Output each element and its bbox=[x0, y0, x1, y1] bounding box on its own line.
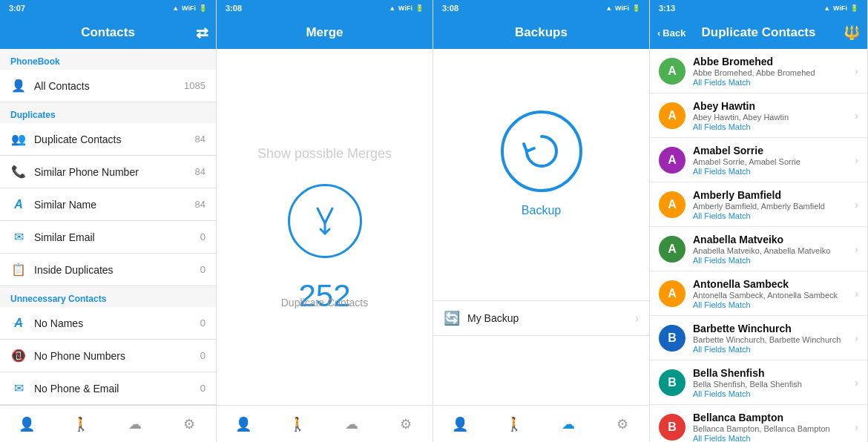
no-names-label: No Names bbox=[34, 317, 200, 329]
no-phone-email-item[interactable]: ✉ No Phone & Email 0 bbox=[0, 372, 216, 405]
tab-bar-1: 👤 🚶 ☁ ⚙ bbox=[0, 405, 216, 442]
dup-match: All Fields Match bbox=[693, 389, 855, 398]
dup-contact-row[interactable]: B Barbette Winchurch Barbette Winchurch,… bbox=[650, 316, 867, 360]
dup-avatar: A bbox=[659, 191, 685, 218]
duplicate-contacts-list: A Abbe Bromehed Abbe Bromehed, Abbe Brom… bbox=[650, 49, 867, 442]
dup-contact-row[interactable]: A Antonella Sambeck Antonella Sambeck, A… bbox=[650, 271, 867, 316]
status-icons-4: ▲WiFi🔋 bbox=[823, 4, 858, 12]
no-phone-email-icon: ✉ bbox=[10, 381, 27, 395]
duplicate-contacts-item[interactable]: 👥 Duplicate Contacts 84 bbox=[0, 123, 216, 156]
merge-icon-circle[interactable] bbox=[288, 184, 362, 258]
dup-name: Bellanca Bampton bbox=[693, 412, 855, 423]
no-names-item[interactable]: A No Names 0 bbox=[0, 307, 216, 340]
tab-merge-3[interactable]: 🚶 bbox=[487, 416, 542, 432]
back-label: Back bbox=[662, 27, 685, 39]
similar-email-item[interactable]: ✉ Similar Email 0 bbox=[0, 221, 216, 254]
time-1: 3:07 bbox=[9, 4, 25, 13]
dup-chevron-icon: › bbox=[855, 421, 858, 433]
all-contacts-label: All Contacts bbox=[34, 80, 184, 92]
dup-info: Anabella Matveiko Anabella Matveiko, Ana… bbox=[693, 234, 855, 265]
backup-label[interactable]: Backup bbox=[522, 204, 561, 217]
dup-match: All Fields Match bbox=[693, 167, 855, 176]
inside-duplicates-item[interactable]: 📋 Inside Duplicates 0 bbox=[0, 254, 216, 286]
dup-chevron-icon: › bbox=[855, 377, 858, 389]
similar-name-item[interactable]: A Similar Name 84 bbox=[0, 188, 216, 221]
header-title-2: Merge bbox=[306, 25, 343, 40]
header-1: Contacts ⇄ bbox=[0, 16, 216, 49]
backup-icon-circle[interactable] bbox=[501, 110, 582, 192]
no-names-icon: A bbox=[10, 317, 27, 330]
filter-button[interactable]: 🔱 bbox=[844, 24, 860, 41]
dup-sub: Abey Hawtin, Abey Hawtin bbox=[693, 113, 855, 122]
status-bar-3: 3:08 ▲WiFi🔋 bbox=[433, 0, 649, 16]
duplicate-contacts-count: 84 bbox=[195, 133, 206, 145]
person-icon: 👤 bbox=[10, 79, 27, 93]
tab-settings-2[interactable]: ⚙ bbox=[378, 416, 433, 432]
backup-row-chevron: › bbox=[635, 312, 639, 324]
screen-backups: 3:08 ▲WiFi🔋 Backups Backup 🔄 My Backup ›… bbox=[433, 0, 650, 442]
back-chevron-icon: ‹ bbox=[657, 27, 660, 39]
tab-backup-1[interactable]: ☁ bbox=[108, 416, 162, 432]
no-phone-label: No Phone Numbers bbox=[34, 350, 200, 362]
dup-info: Antonella Sambeck Antonella Sambeck, Ant… bbox=[693, 278, 855, 309]
section-unnecessary: Unnecessary Contacts bbox=[0, 286, 216, 307]
no-names-count: 0 bbox=[200, 317, 206, 329]
dup-info: Amabel Sorrie Amabel Sorrie, Amabel Sorr… bbox=[693, 145, 855, 176]
similar-phone-item[interactable]: 📞 Similar Phone Number 84 bbox=[0, 156, 216, 188]
tab-contacts-2[interactable]: 👤 bbox=[217, 416, 271, 432]
dup-contact-row[interactable]: B Bella Shenfish Bella Shenfish, Bella S… bbox=[650, 360, 867, 405]
dup-name: Anabella Matveiko bbox=[693, 234, 855, 245]
header-title-4: Duplicate Contacts bbox=[702, 25, 816, 40]
section-duplicates: Duplicates bbox=[0, 102, 216, 123]
dup-chevron-icon: › bbox=[855, 243, 858, 255]
similar-name-label: Similar Name bbox=[34, 199, 195, 211]
header-3: Backups bbox=[433, 16, 649, 49]
back-button[interactable]: ‹ Back bbox=[657, 27, 685, 39]
no-phone-email-label: No Phone & Email bbox=[34, 383, 200, 395]
dup-match: All Fields Match bbox=[693, 345, 855, 354]
merge-content: Show possible Merges 252 Duplicate Conta… bbox=[217, 49, 433, 405]
time-3: 3:08 bbox=[442, 4, 458, 13]
dup-contact-row[interactable]: A Amabel Sorrie Amabel Sorrie, Amabel So… bbox=[650, 138, 867, 182]
dup-contact-row[interactable]: A Abey Hawtin Abey Hawtin, Abey Hawtin A… bbox=[650, 93, 867, 138]
header-4: ‹ Back Duplicate Contacts 🔱 bbox=[650, 16, 867, 49]
header-2: Merge bbox=[217, 16, 433, 49]
email-icon: ✉ bbox=[10, 230, 27, 244]
dup-info: Bellanca Bampton Bellanca Bampton, Bella… bbox=[693, 412, 855, 443]
dup-contact-row[interactable]: A Abbe Bromehed Abbe Bromehed, Abbe Brom… bbox=[650, 49, 867, 93]
dup-sub: Barbette Winchurch, Barbette Winchurch bbox=[693, 335, 855, 344]
dup-contact-row[interactable]: B Bellanca Bampton Bellanca Bampton, Bel… bbox=[650, 405, 867, 442]
dup-info: Barbette Winchurch Barbette Winchurch, B… bbox=[693, 323, 855, 354]
tab-contacts-1[interactable]: 👤 bbox=[0, 416, 54, 432]
my-backup-row[interactable]: 🔄 My Backup › bbox=[433, 300, 649, 336]
status-bar-1: 3:07 ▲WiFi🔋 bbox=[0, 0, 216, 16]
dup-chevron-icon: › bbox=[855, 332, 858, 344]
dup-sub: Bella Shenfish, Bella Shenfish bbox=[693, 380, 855, 389]
merge-arrow-icon bbox=[306, 202, 343, 240]
sync-button[interactable]: ⇄ bbox=[196, 24, 208, 42]
merge-stats: 252 Duplicate Contacts bbox=[281, 280, 369, 309]
inside-dup-icon: 📋 bbox=[10, 263, 27, 277]
tab-contacts-3[interactable]: 👤 bbox=[433, 416, 487, 432]
backup-refresh-icon bbox=[519, 129, 564, 174]
dup-avatar: A bbox=[659, 147, 685, 174]
tab-backup-3[interactable]: ☁ bbox=[542, 416, 596, 432]
backup-content: Backup 🔄 My Backup › bbox=[433, 49, 649, 405]
no-phone-item[interactable]: 📵 No Phone Numbers 0 bbox=[0, 340, 216, 372]
dup-chevron-icon: › bbox=[855, 65, 858, 77]
similar-phone-count: 84 bbox=[195, 166, 206, 177]
all-contacts-item[interactable]: 👤 All Contacts 1085 bbox=[0, 70, 216, 102]
duplicate-icon: 👥 bbox=[10, 132, 27, 146]
tab-settings-1[interactable]: ⚙ bbox=[162, 416, 216, 432]
tab-backup-2[interactable]: ☁ bbox=[325, 416, 379, 432]
dup-contact-row[interactable]: A Amberly Bamfield Amberly Bamfield, Amb… bbox=[650, 182, 867, 227]
tab-settings-3[interactable]: ⚙ bbox=[595, 416, 649, 432]
header-title-3: Backups bbox=[515, 25, 568, 40]
dup-chevron-icon: › bbox=[855, 154, 858, 166]
dup-chevron-icon: › bbox=[855, 199, 858, 211]
tab-merge-2[interactable]: 🚶 bbox=[271, 416, 325, 432]
phone-icon: 📞 bbox=[10, 165, 27, 179]
tab-merge-1[interactable]: 🚶 bbox=[54, 416, 108, 432]
dup-contact-row[interactable]: A Anabella Matveiko Anabella Matveiko, A… bbox=[650, 227, 867, 271]
merge-placeholder: Show possible Merges bbox=[257, 146, 392, 162]
